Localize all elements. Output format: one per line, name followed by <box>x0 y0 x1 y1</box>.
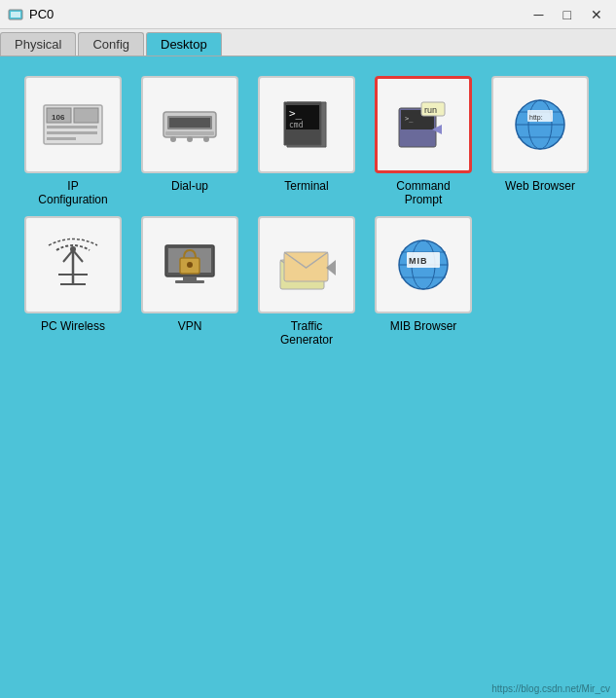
title-bar: PC0 ─ □ ✕ <box>0 0 616 29</box>
app-icon-box-wireless <box>24 216 122 313</box>
svg-text:cmd: cmd <box>289 121 304 129</box>
tab-physical[interactable]: Physical <box>0 32 76 55</box>
svg-point-13 <box>170 136 176 142</box>
svg-point-41 <box>187 262 193 268</box>
app-grid: 106 IPConfiguration <box>19 76 597 347</box>
app-pc-wireless[interactable]: PC Wireless <box>19 216 127 347</box>
minimize-button[interactable]: ─ <box>528 5 550 24</box>
svg-rect-4 <box>74 108 98 123</box>
app-label-dialup: Dial-up <box>171 179 208 193</box>
desktop-area: 106 IPConfiguration <box>0 56 616 698</box>
app-command-prompt[interactable]: >_ run CommandPrompt <box>370 76 477 206</box>
ip-icon: 106 <box>39 91 107 159</box>
app-icon-box-traffic <box>258 216 355 313</box>
svg-point-15 <box>203 136 209 142</box>
app-icon-box-dialup <box>141 76 238 173</box>
app-icon-box-terminal: >_ cmd <box>258 76 355 173</box>
svg-rect-42 <box>183 276 197 280</box>
vpn-icon <box>156 231 224 299</box>
mib-icon: MIB <box>389 231 457 299</box>
watermark: https://blog.csdn.net/Mir_cv <box>491 683 610 694</box>
app-dial-up[interactable]: Dial-up <box>136 76 243 206</box>
app-label-wireless: PC Wireless <box>41 319 105 333</box>
close-button[interactable]: ✕ <box>585 5 608 24</box>
svg-text:http:: http: <box>529 114 543 122</box>
svg-text:>_: >_ <box>405 115 414 123</box>
restore-button[interactable]: □ <box>558 5 577 24</box>
svg-line-33 <box>63 250 73 262</box>
tab-config[interactable]: Config <box>78 32 144 55</box>
svg-line-34 <box>73 250 83 262</box>
app-icon <box>8 7 23 22</box>
window-controls: ─ □ ✕ <box>528 5 608 24</box>
app-mib-browser[interactable]: MIB MIB Browser <box>370 216 477 347</box>
svg-text:run: run <box>424 105 437 115</box>
svg-rect-7 <box>47 131 97 134</box>
app-ip-configuration[interactable]: 106 IPConfiguration <box>19 76 127 206</box>
app-label-traffic: TrafficGenerator <box>280 319 333 347</box>
traffic-icon <box>272 231 341 299</box>
app-icon-box-cmdprompt: >_ run <box>375 76 472 173</box>
app-terminal[interactable]: >_ cmd Terminal <box>253 76 360 206</box>
cmdprompt-icon: >_ run <box>389 91 457 159</box>
app-vpn[interactable]: VPN <box>136 216 243 347</box>
app-icon-box-mib: MIB <box>375 216 472 313</box>
app-icon-box-vpn <box>141 216 238 313</box>
app-traffic-generator[interactable]: TrafficGenerator <box>253 216 360 347</box>
svg-text:MIB: MIB <box>409 256 428 266</box>
svg-text:106: 106 <box>52 113 65 122</box>
svg-rect-43 <box>175 280 204 283</box>
svg-rect-8 <box>47 137 76 140</box>
svg-point-37 <box>70 246 76 252</box>
app-label-vpn: VPN <box>178 319 202 333</box>
svg-rect-6 <box>47 126 97 129</box>
app-label-cmdprompt: CommandPrompt <box>396 179 450 206</box>
app-web-browser[interactable]: http: Web Browser <box>487 76 594 206</box>
wireless-icon <box>39 231 107 299</box>
dialup-icon <box>156 91 224 159</box>
app-label-terminal: Terminal <box>284 179 328 193</box>
terminal-icon: >_ cmd <box>272 91 341 159</box>
browser-icon: http: <box>506 91 574 159</box>
svg-text:>_: >_ <box>289 107 303 120</box>
app-label-ip: IPConfiguration <box>38 179 107 206</box>
svg-rect-1 <box>11 12 20 18</box>
window-title: PC0 <box>29 7 54 21</box>
app-label-browser: Web Browser <box>505 179 575 193</box>
app-icon-box-ip: 106 <box>24 76 122 173</box>
svg-rect-11 <box>169 118 210 128</box>
tab-bar: Physical Config Desktop <box>0 29 616 56</box>
svg-rect-12 <box>165 131 214 135</box>
svg-point-14 <box>187 136 193 142</box>
app-icon-box-browser: http: <box>491 76 589 173</box>
tab-desktop[interactable]: Desktop <box>146 32 222 55</box>
app-label-mib: MIB Browser <box>390 319 457 333</box>
